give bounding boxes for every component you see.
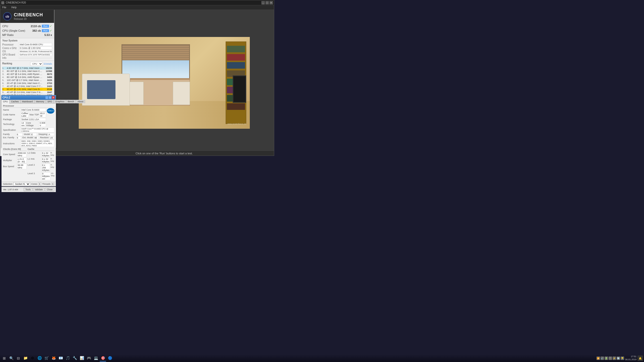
cpuz-extfamily-value: 6 xyxy=(16,136,21,139)
taskbar-mail[interactable]: 📧 xyxy=(57,355,64,361)
tray-app1[interactable]: ⚡ xyxy=(613,356,616,360)
cpuz-processor-section: Processor xyxy=(3,105,54,108)
cpuz-family-label: Family xyxy=(3,133,16,136)
cpuz-tab-cpu[interactable]: CPU xyxy=(2,100,10,104)
cpuz-l2-label: Level 2 xyxy=(28,164,42,172)
cpuz-selection-label: Selection xyxy=(3,183,12,185)
info-row: Info xyxy=(2,56,52,60)
ranking-filter-select[interactable]: CPU xyxy=(30,62,43,66)
cpuz-restore-button[interactable]: □ xyxy=(49,96,52,99)
ranking-desc: 4C-32T @ 3.4 GHz, AMD Ryzen Threadripper… xyxy=(7,73,43,75)
tray-network[interactable]: 📶 xyxy=(596,356,600,360)
processor-value: Intel Core i5-8400 CPU xyxy=(19,43,52,46)
minimize-button[interactable]: _ xyxy=(261,1,265,5)
cpuz-selection-row: Selection Socket #1 Cores 6 Threads 6 xyxy=(2,182,56,186)
taskbar-tool1[interactable]: 🔧 xyxy=(71,355,78,361)
cpuz-multiplier-label: Multiplier xyxy=(3,159,17,162)
cpuz-tab-spd[interactable]: SPD xyxy=(46,100,54,103)
taskbar-file-explorer[interactable]: 📁 xyxy=(22,355,29,361)
taskbar-media[interactable]: 🎵 xyxy=(64,355,71,361)
cpuz-tab-caches[interactable]: Caches xyxy=(10,100,21,103)
cpuz-validate-button[interactable]: Validate xyxy=(33,188,45,191)
mp-ratio-row: MP Ratio 5.53 x xyxy=(2,33,52,37)
ranking-item[interactable]: 8.6C-6T @ 2.81 GHz, Intel Core i5-8400 C… xyxy=(2,88,52,91)
cpuz-name-row: Name Intel Core i5-8400 xyxy=(3,108,46,112)
cpuz-technology-value: 14 nm xyxy=(21,121,25,127)
menu-file[interactable]: File xyxy=(1,6,7,9)
ranking-score: 8670 xyxy=(43,73,52,75)
taskbar-terminal[interactable]: 💻 xyxy=(93,355,99,361)
cpuz-corespeed-value: 2090.93 MHz xyxy=(17,152,27,157)
restore-button[interactable]: □ xyxy=(265,1,269,5)
ranking-num: 6. xyxy=(2,82,7,84)
details-button[interactable]: ℹ Details xyxy=(44,63,52,65)
start-button[interactable]: ⊞ xyxy=(1,355,8,361)
tray-antivirus[interactable]: 🛡 xyxy=(609,356,612,360)
cpuz-clocks-block: Clocks (Core #0) Core Speed 2090.93 MHz … xyxy=(3,148,27,180)
details-label: Details xyxy=(45,63,52,65)
cpuz-minimize-button[interactable]: _ xyxy=(45,96,48,99)
ranking-item[interactable]: 1.4.9C-957 @ 2.7 GHz, Intel Xeon Platinu… xyxy=(2,67,52,70)
cpuz-package-label: Package xyxy=(3,118,21,121)
cpuz-corespeed-row: Core Speed 2090.93 MHz xyxy=(3,151,27,157)
ranking-item[interactable]: 9.4C-8T @ 2.6 GHz, Intel Core i7-6700HQ … xyxy=(2,91,52,94)
cpu-single-run-button[interactable]: Run xyxy=(42,29,49,32)
taskbar-store[interactable]: 🛒 xyxy=(43,355,50,361)
menu-help[interactable]: Help xyxy=(10,6,18,9)
ranking-item[interactable]: 3.4C-32T @ 3.4 GHz, AMD Ryzen Threadripp… xyxy=(2,73,52,76)
taskbar: ⊞ 🔍 ⊟ 📁 ⚙ 🌐 🛒 🦊 📧 🎵 🔧 📊 🎮 💻 🎯 🔵 📶 🔊 🔋 🛡 … xyxy=(0,354,644,362)
cpuz-close-button[interactable]: ✕ xyxy=(52,96,55,99)
clock-time: 17:51 xyxy=(625,355,636,358)
taskbar-tool2[interactable]: 📊 xyxy=(78,355,85,361)
cpuz-tab-graphics[interactable]: Graphics xyxy=(54,100,66,103)
tray-volume[interactable]: 🔊 xyxy=(600,356,604,360)
search-button[interactable]: 🔍 xyxy=(8,355,15,361)
taskbar-game[interactable]: 🎮 xyxy=(86,355,92,361)
room-scene: www.renderBaron.de xyxy=(79,37,250,129)
cpuz-tab-about[interactable]: About xyxy=(76,100,85,103)
ranking-desc: 8C-16T @ 3.6 GHz, AMD Ryzen 7 1700X Eigh… xyxy=(7,76,43,78)
taskbar-cinebench[interactable]: 🎯 xyxy=(100,355,106,361)
tray-app3[interactable]: 💡 xyxy=(621,356,624,360)
title-bar-left: CINEBENCH R20 xyxy=(1,1,26,4)
taskbar-firefox[interactable]: 🦊 xyxy=(50,355,57,361)
ranking-score: 2420 xyxy=(43,85,52,87)
taskbar-app1[interactable]: 🔵 xyxy=(107,355,113,361)
taskbar-browser1[interactable]: 🌐 xyxy=(36,355,43,361)
cpuz-tools-button[interactable]: Tools xyxy=(24,188,32,191)
gpu-row: GPU Board GeForce GTX 1070 Ti/PCIe/SSE2 xyxy=(2,53,52,56)
cpuz-tab-memory[interactable]: Memory xyxy=(34,100,46,103)
cpuz-instructions-value: MMX, SSE, SSE2, SSE3, SSSE3, SSE4.1, SSE… xyxy=(21,140,54,147)
title-bar: CINEBENCH R20 _ □ ✕ xyxy=(0,0,274,5)
cpuz-corevoltage-value: 0.908 V xyxy=(39,121,46,127)
ranking-item[interactable]: 2.8C-32T @ 3.1 GHz, Intel Xeon CPU E7-48… xyxy=(2,70,52,73)
cpuz-tab-mainboard[interactable]: Mainboard xyxy=(21,100,35,103)
sofa xyxy=(82,74,130,106)
cpuz-instructions-label: Instructions xyxy=(3,142,21,145)
notification-center-button[interactable]: 🔔 xyxy=(637,355,643,361)
cpuz-selection-select[interactable]: Socket #1 xyxy=(13,182,30,186)
cpuz-extmodel-label: Ext. Model xyxy=(22,136,33,139)
ranking-num: 1. xyxy=(2,67,7,69)
ranking-item[interactable]: 5.12C-24T @ 2.7 GHz, Intel Xeon CPU L5-2… xyxy=(2,79,52,82)
cpuz-model-label: Model xyxy=(24,133,30,136)
taskbar-settings[interactable]: ⚙ xyxy=(29,355,36,361)
close-button[interactable]: ✕ xyxy=(269,1,273,5)
cores-value: 6 Cores @ 2.83 GHz xyxy=(19,47,52,50)
ranking-item[interactable]: 7.4C-8T @ 4.2 GHz, Intel Core i7-7700K C… xyxy=(2,85,52,88)
cpuz-multiplier-row: Multiplier x 21.0 (9 - 40) xyxy=(3,157,27,163)
cpuz-stepping-label: Stepping xyxy=(38,133,47,136)
task-view-button[interactable]: ⊟ xyxy=(15,355,22,361)
tray-app2[interactable]: 🔄 xyxy=(617,356,620,360)
cpuz-tab-bench[interactable]: Bench xyxy=(66,100,76,103)
ranking-item[interactable]: 6.2C-4T @ 2.64 GHz, Intel Xeon CPU X5450… xyxy=(2,82,52,85)
logo-section: cb CINEBENCH Release 20 xyxy=(0,10,54,23)
tray-battery[interactable]: 🔋 xyxy=(605,356,608,360)
cpuz-name-group: Name Intel Core i5-8400 Code Name Coffee… xyxy=(3,108,54,127)
cpuz-threads-value: 6 xyxy=(52,183,54,186)
cpuz-close-action-button[interactable]: Close xyxy=(45,188,54,191)
ranking-score: 15235 xyxy=(43,67,52,69)
cpu-run-button[interactable]: Run xyxy=(42,25,49,28)
cpu-single-score-row: CPU (Single Core) 382 cb Run ✓ xyxy=(2,28,52,33)
ranking-item[interactable]: 4.8C-16T @ 3.6 GHz, AMD Ryzen 7 1700X Ei… xyxy=(2,76,52,79)
